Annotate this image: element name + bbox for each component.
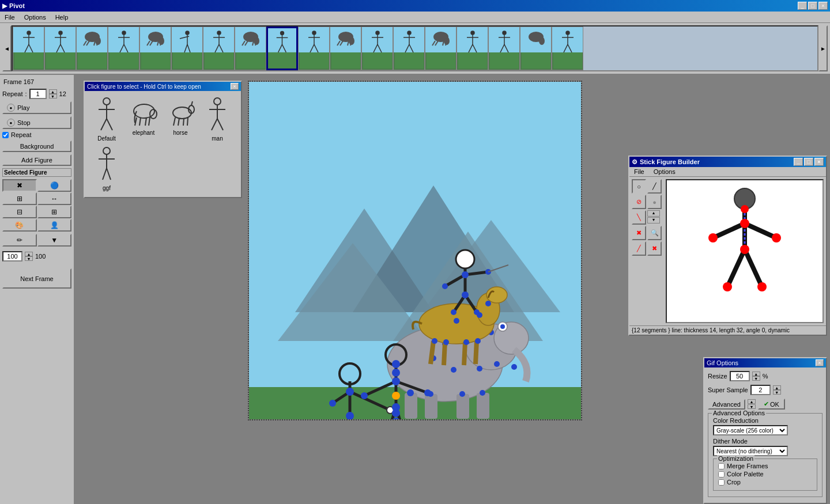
- sfb-line-tool[interactable]: ╱: [647, 179, 662, 194]
- timeline-frame[interactable]: [203, 26, 235, 70]
- color-reduction-select[interactable]: Gray-scale (256 color) Full color Web sa…: [713, 425, 788, 435]
- scale-up[interactable]: ▲: [25, 252, 33, 256]
- figure-man[interactable]: man: [200, 96, 235, 143]
- repeat-input[interactable]: [29, 89, 47, 99]
- svg-point-195: [454, 318, 459, 324]
- advanced-down[interactable]: ▼: [748, 404, 756, 409]
- svg-line-145: [187, 118, 188, 126]
- menu-file[interactable]: File: [2, 13, 17, 21]
- repeat-down[interactable]: ▼: [49, 94, 57, 98]
- sfb-diagonal-tool[interactable]: ╲: [632, 210, 646, 225]
- svg-point-232: [424, 389, 431, 396]
- svg-line-246: [745, 249, 762, 287]
- ok-button[interactable]: ✔ OK: [758, 399, 785, 410]
- timeline-frame[interactable]: [13, 26, 44, 70]
- move-tool[interactable]: 👤: [37, 219, 72, 232]
- repeat-up[interactable]: ▲: [49, 89, 57, 94]
- timeline-frame[interactable]: [488, 26, 520, 70]
- sfb-circle-tool[interactable]: ○: [632, 179, 646, 194]
- svg-line-188: [444, 342, 445, 365]
- svg-rect-167: [425, 394, 437, 419]
- timeline-frame[interactable]: [171, 26, 203, 70]
- resize-input[interactable]: [730, 371, 750, 381]
- timeline-frame[interactable]: [44, 26, 76, 70]
- timeline-frame[interactable]: [520, 26, 552, 70]
- minimize-button[interactable]: _: [798, 2, 807, 10]
- popup-close-button[interactable]: ×: [231, 83, 239, 90]
- timeline-frame-selected[interactable]: [266, 26, 298, 70]
- figure-default[interactable]: Default: [89, 96, 124, 143]
- sfb-minimize[interactable]: _: [794, 158, 803, 166]
- delete-tool[interactable]: ✖: [2, 179, 37, 192]
- sfb-canvas[interactable]: [666, 179, 824, 323]
- scroll-tool[interactable]: ▼: [37, 234, 72, 247]
- flip-tool[interactable]: ↔: [37, 192, 72, 205]
- timeline-frame[interactable]: [456, 26, 488, 70]
- menu-help[interactable]: Help: [53, 13, 71, 21]
- timeline-frame[interactable]: [76, 26, 108, 70]
- play-button[interactable]: ● Play: [2, 101, 71, 114]
- sfb-up-arrow[interactable]: ▲: [647, 210, 660, 217]
- advanced-button[interactable]: Advanced: [708, 399, 745, 410]
- smaller-tool[interactable]: ⊟: [2, 206, 37, 218]
- select-tool[interactable]: 🔵: [37, 179, 72, 192]
- timeline-frame[interactable]: [108, 26, 139, 70]
- svg-point-250: [708, 233, 718, 242]
- timeline-frame[interactable]: [552, 26, 583, 70]
- repeat-checkbox[interactable]: [2, 132, 9, 138]
- gif-close-button[interactable]: ×: [816, 359, 824, 366]
- figure-horse[interactable]: horse: [163, 96, 198, 143]
- next-frame-button[interactable]: Next Frame: [2, 268, 71, 289]
- clone-tool[interactable]: ⊞: [2, 192, 37, 205]
- figure-elephant[interactable]: elephant: [126, 96, 161, 143]
- timeline-frame[interactable]: [330, 26, 361, 70]
- resize-down[interactable]: ▼: [752, 376, 760, 381]
- add-figure-button[interactable]: Add Figure: [2, 154, 71, 166]
- timeline-frame[interactable]: [361, 26, 393, 70]
- merge-frames-checkbox[interactable]: [718, 463, 725, 469]
- timeline-frame[interactable]: [425, 26, 456, 70]
- sfb-close[interactable]: ×: [814, 158, 824, 166]
- close-button[interactable]: ×: [818, 2, 828, 10]
- super-sample-input[interactable]: [750, 385, 771, 395]
- ss-up[interactable]: ▲: [773, 385, 781, 390]
- animation-canvas[interactable]: [248, 81, 582, 420]
- timeline-frame[interactable]: [139, 26, 171, 70]
- advanced-up[interactable]: ▲: [748, 399, 756, 404]
- sfb-no-circle-tool[interactable]: ⊘: [632, 195, 646, 209]
- color-palette-checkbox[interactable]: [718, 471, 725, 478]
- sfb-zoom-tool[interactable]: 🔍: [647, 226, 662, 240]
- timeline-frame[interactable]: [298, 26, 330, 70]
- timeline-frame[interactable]: [393, 26, 425, 70]
- timeline-scroll-area[interactable]: [12, 25, 818, 71]
- scale-down[interactable]: ▼: [25, 256, 33, 261]
- maximize-button[interactable]: □: [808, 2, 817, 10]
- sfb-x-tool[interactable]: ✖: [632, 226, 646, 240]
- sfb-gray-tool[interactable]: ●: [647, 195, 662, 209]
- sfb-menu-options[interactable]: Options: [651, 168, 678, 176]
- sfb-maximize[interactable]: □: [804, 158, 813, 166]
- sfb-menu-file[interactable]: File: [632, 168, 647, 176]
- scale-input[interactable]: [2, 251, 22, 262]
- left-panel: Frame 167 Repeat : ▲ ▼ 12 ● Play ● Stop: [0, 75, 75, 504]
- menu-options[interactable]: Options: [22, 13, 48, 21]
- svg-point-83: [376, 31, 379, 35]
- ss-down[interactable]: ▼: [773, 390, 781, 395]
- resize-up[interactable]: ▲: [752, 372, 760, 376]
- timeline-scroll-left[interactable]: ◄: [2, 25, 12, 71]
- pencil-tool[interactable]: ✏: [2, 234, 37, 247]
- stop-button[interactable]: ● Stop: [2, 116, 71, 129]
- sfb-delete-tool[interactable]: ✖: [647, 241, 662, 256]
- timeline-scroll-right[interactable]: ►: [818, 25, 828, 71]
- figure-ggf[interactable]: ggf: [89, 145, 124, 192]
- bigger-tool[interactable]: ⊞: [37, 206, 72, 218]
- svg-point-192: [443, 339, 449, 345]
- sfb-down-arrow[interactable]: ▼: [647, 217, 660, 223]
- sfb-slash-tool[interactable]: ╱: [632, 241, 646, 256]
- background-button[interactable]: Background: [2, 141, 71, 152]
- optimization-label: Optimization: [717, 455, 754, 462]
- color-tool[interactable]: 🎨: [2, 219, 37, 232]
- crop-checkbox[interactable]: [718, 479, 725, 486]
- stop-icon: ●: [7, 119, 15, 127]
- timeline-frame[interactable]: [235, 26, 266, 70]
